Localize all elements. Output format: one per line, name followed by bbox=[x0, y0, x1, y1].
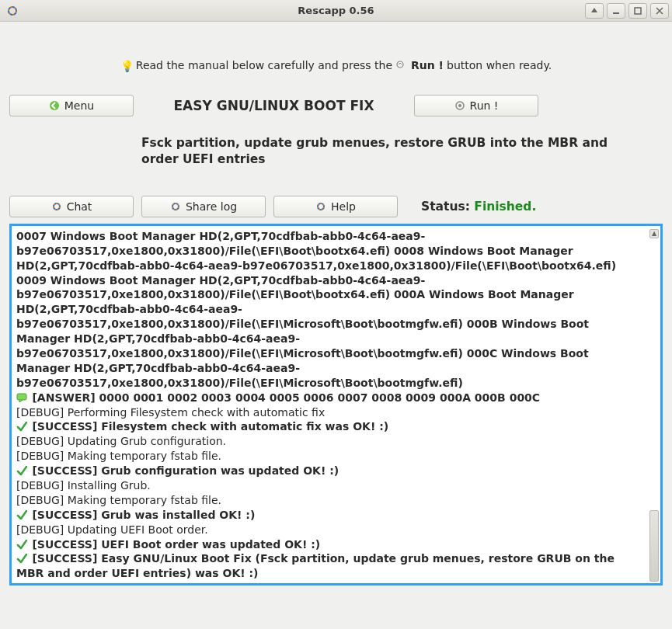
log-line: [SUCCESS] Grub was installed OK! :) bbox=[16, 508, 645, 523]
success-check-icon bbox=[16, 421, 27, 432]
log-line: [ANSWER] 0000 0001 0002 0003 0004 0005 0… bbox=[16, 391, 645, 405]
close-button[interactable] bbox=[650, 3, 669, 19]
help-ring-icon bbox=[315, 201, 326, 212]
answer-bubble-icon bbox=[16, 392, 27, 403]
log-output[interactable]: 0007 Windows Boot Manager HD(2,GPT,70cdf… bbox=[16, 229, 645, 579]
secondary-button-row: Chat Share log Help Status: Finished. bbox=[9, 196, 663, 217]
chat-button-label: Chat bbox=[67, 200, 92, 213]
share-log-button-label: Share log bbox=[186, 200, 237, 213]
instruction-run-word: Run ! bbox=[411, 59, 444, 71]
log-line: [DEBUG] Updating UEFI Boot order. bbox=[16, 523, 645, 537]
help-button-label: Help bbox=[331, 200, 356, 213]
instruction-suffix: button when ready. bbox=[447, 59, 552, 71]
run-button-label: Run ! bbox=[470, 99, 499, 112]
success-check-icon bbox=[16, 509, 27, 520]
log-line: [SUCCESS] Grub configuration was updated… bbox=[16, 464, 645, 478]
chat-button[interactable]: Chat bbox=[9, 196, 134, 217]
instruction-text: 💡 Read the manual below carefully and pr… bbox=[9, 28, 663, 95]
svg-rect-3 bbox=[635, 8, 641, 14]
log-panel: 0007 Windows Boot Manager HD(2,GPT,70cdf… bbox=[9, 224, 663, 586]
status-display: Status: Finished. bbox=[421, 200, 536, 214]
success-check-icon bbox=[16, 553, 27, 564]
sharelog-ring-icon bbox=[170, 201, 181, 212]
log-scrollbar[interactable]: ▲ bbox=[648, 229, 659, 580]
back-arrow-icon bbox=[49, 100, 60, 111]
success-check-icon bbox=[16, 539, 27, 550]
status-value: Finished. bbox=[474, 200, 536, 214]
window-titlebar: Rescapp 0.56 bbox=[0, 0, 672, 22]
svg-rect-14 bbox=[17, 394, 26, 400]
svg-point-4 bbox=[397, 61, 403, 68]
window-controls bbox=[585, 3, 672, 19]
chat-ring-icon bbox=[51, 201, 62, 212]
minimize-button[interactable] bbox=[607, 3, 625, 19]
content-area: 💡 Read the manual below carefully and pr… bbox=[0, 22, 672, 595]
log-line: [DEBUG] Installing Grub. bbox=[16, 478, 645, 493]
menu-button-label: Menu bbox=[64, 99, 94, 112]
log-line: [DEBUG] Performing Filesystem check with… bbox=[16, 405, 645, 420]
run-small-icon bbox=[395, 60, 406, 71]
log-line: [DEBUG] Making temporary fstab file. bbox=[16, 493, 645, 508]
menu-button[interactable]: Menu bbox=[9, 95, 134, 116]
svg-point-7 bbox=[458, 104, 461, 107]
log-line: [SUCCESS] Easy GNU/Linux Boot Fix (Fsck … bbox=[16, 551, 645, 578]
scroll-up-arrow[interactable]: ▲ bbox=[649, 229, 659, 238]
log-line: [SUCCESS] UEFI Boot order was updated OK… bbox=[16, 537, 645, 552]
svg-rect-2 bbox=[613, 12, 619, 14]
status-label: Status: bbox=[421, 200, 474, 214]
lightbulb-icon: 💡 bbox=[120, 60, 131, 71]
page-heading: EASY GNU/LINUX BOOT FIX bbox=[134, 98, 414, 113]
log-line: [DEBUG] Making temporary fstab file. bbox=[16, 449, 645, 464]
maximize-button[interactable] bbox=[628, 3, 647, 19]
run-button[interactable]: Run ! bbox=[414, 95, 538, 116]
instruction-prefix: Read the manual below carefully and pres… bbox=[136, 59, 392, 71]
share-log-button[interactable]: Share log bbox=[141, 196, 266, 217]
app-icon bbox=[5, 3, 20, 19]
help-button[interactable]: Help bbox=[273, 196, 398, 217]
log-line: [SUCCESS] Filesystem check with automati… bbox=[16, 419, 645, 434]
run-icon bbox=[454, 100, 465, 111]
scrollbar-thumb[interactable] bbox=[649, 510, 659, 582]
description-text: Fsck partition, update grub menues, rest… bbox=[141, 135, 639, 168]
log-boot-entries: 0007 Windows Boot Manager HD(2,GPT,70cdf… bbox=[16, 229, 645, 391]
top-button-row: Menu EASY GNU/LINUX BOOT FIX Run ! bbox=[9, 95, 663, 116]
success-check-icon bbox=[16, 465, 27, 476]
log-line: [DEBUG] Updating Grub configuration. bbox=[16, 434, 645, 449]
window-title: Rescapp 0.56 bbox=[0, 5, 672, 16]
show-desktop-button[interactable] bbox=[585, 3, 604, 19]
